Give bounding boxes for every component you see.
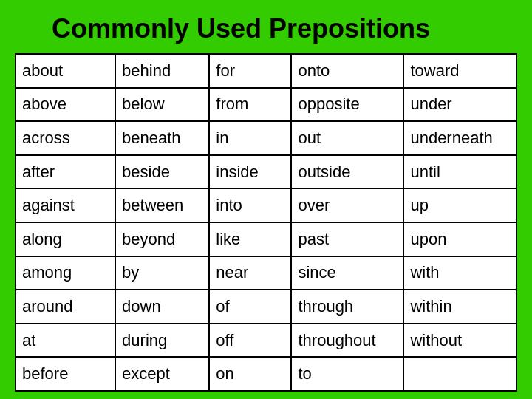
table-cell: beyond <box>115 222 209 256</box>
table-cell: from <box>209 88 291 122</box>
table-cell: behind <box>115 54 209 88</box>
table-cell: at <box>16 324 115 358</box>
table-cell: until <box>403 155 516 189</box>
table-cell: into <box>209 188 291 222</box>
page-container: Commonly Used Prepositions aboutbehindfo… <box>0 0 532 399</box>
table-cell: above <box>16 88 115 122</box>
table-cell: up <box>403 188 516 222</box>
table-cell: outside <box>291 155 403 189</box>
table-cell: across <box>16 121 115 155</box>
table-row: afterbesideinsideoutsideuntil <box>16 155 516 189</box>
table-row: atduringoffthroughoutwithout <box>16 324 516 358</box>
table-cell: among <box>16 256 115 290</box>
table-cell: for <box>209 54 291 88</box>
table-cell: near <box>209 256 291 290</box>
table-cell: between <box>115 188 209 222</box>
table-cell: under <box>403 88 516 122</box>
table-cell: underneath <box>403 121 516 155</box>
page-title: Commonly Used Prepositions <box>15 13 517 44</box>
table-cell: throughout <box>291 324 403 358</box>
table-cell: past <box>291 222 403 256</box>
table-row: abovebelowfromoppositeunder <box>16 88 516 122</box>
table-cell: opposite <box>291 88 403 122</box>
table-cell: without <box>403 324 516 358</box>
table-row: beforeexceptonto <box>16 357 516 391</box>
table-cell: below <box>115 88 209 122</box>
table-row: acrossbeneathinoutunderneath <box>16 121 516 155</box>
table-cell: beside <box>115 155 209 189</box>
table-cell: to <box>291 357 403 391</box>
table-cell: inside <box>209 155 291 189</box>
table-cell: about <box>16 54 115 88</box>
table-cell: over <box>291 188 403 222</box>
table-cell: onto <box>291 54 403 88</box>
table-row: arounddownofthroughwithin <box>16 290 516 324</box>
table-cell: of <box>209 290 291 324</box>
table-cell: before <box>16 357 115 391</box>
table-cell: toward <box>403 54 516 88</box>
table-cell: during <box>115 324 209 358</box>
table-cell: on <box>209 357 291 391</box>
table-cell: after <box>16 155 115 189</box>
table-cell: out <box>291 121 403 155</box>
table-cell: within <box>403 290 516 324</box>
table-cell: upon <box>403 222 516 256</box>
table-cell: beneath <box>115 121 209 155</box>
table-cell: like <box>209 222 291 256</box>
table-cell: since <box>291 256 403 290</box>
table-row: againstbetweenintooverup <box>16 188 516 222</box>
table-cell: down <box>115 290 209 324</box>
table-row: aboutbehindforontotoward <box>16 54 516 88</box>
table-cell: along <box>16 222 115 256</box>
table-cell: against <box>16 188 115 222</box>
prepositions-table: aboutbehindforontotowardabovebelowfromop… <box>15 53 517 392</box>
table-cell: in <box>209 121 291 155</box>
table-cell <box>403 357 516 391</box>
table-cell: around <box>16 290 115 324</box>
table-cell: off <box>209 324 291 358</box>
table-cell: through <box>291 290 403 324</box>
table-cell: by <box>115 256 209 290</box>
table-row: alongbeyondlikepastupon <box>16 222 516 256</box>
table-row: amongbynearsincewith <box>16 256 516 290</box>
table-cell: with <box>403 256 516 290</box>
table-cell: except <box>115 357 209 391</box>
